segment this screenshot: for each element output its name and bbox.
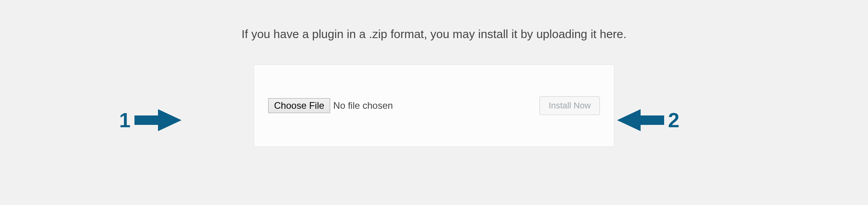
- intro-text: If you have a plugin in a .zip format, y…: [242, 27, 626, 41]
- arrow-left-icon: [617, 108, 664, 132]
- file-status-text: No file chosen: [333, 100, 393, 111]
- choose-file-button[interactable]: Choose File: [268, 98, 330, 113]
- annotation-step-2: 2: [617, 108, 679, 132]
- svg-marker-0: [134, 109, 182, 131]
- annotation-number-1: 1: [119, 108, 131, 132]
- annotation-step-1: 1: [119, 108, 182, 132]
- arrow-right-icon: [134, 108, 182, 132]
- install-now-button[interactable]: Install Now: [539, 96, 600, 115]
- file-input-area: Choose File No file chosen: [268, 98, 393, 113]
- svg-marker-1: [617, 109, 664, 131]
- upload-form: Choose File No file chosen Install Now: [254, 64, 614, 147]
- annotation-number-2: 2: [668, 108, 679, 132]
